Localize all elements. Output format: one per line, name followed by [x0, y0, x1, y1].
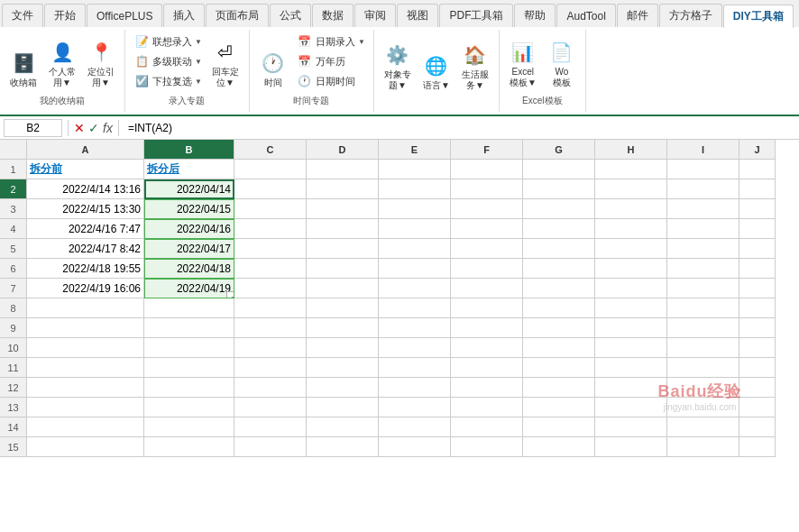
- tab-文件[interactable]: 文件: [2, 4, 43, 27]
- row-num-1[interactable]: 1: [0, 160, 27, 179]
- row-num-6[interactable]: 6: [0, 259, 27, 279]
- cell-d6[interactable]: [307, 259, 379, 279]
- cell-c5[interactable]: [234, 239, 307, 259]
- cell-i7[interactable]: [667, 279, 739, 298]
- cell-g9[interactable]: [523, 318, 595, 338]
- date-input-button[interactable]: 📅 日期录入 ▼: [294, 32, 368, 50]
- cell-h9[interactable]: [595, 318, 667, 338]
- cell-g2[interactable]: [523, 179, 595, 199]
- cell-h4[interactable]: [595, 219, 667, 239]
- position-ref-button[interactable]: 📍 定位引用▼: [83, 36, 119, 90]
- cell-c3[interactable]: [234, 199, 307, 219]
- cell-b3[interactable]: 2022/04/15: [144, 199, 234, 219]
- cell-e15[interactable]: [379, 437, 451, 457]
- cell-c10[interactable]: [234, 338, 307, 358]
- cell-b5[interactable]: 2022/04/17: [144, 239, 234, 259]
- cell-h11[interactable]: [595, 358, 667, 378]
- cell-i12[interactable]: [667, 378, 739, 398]
- cell-c4[interactable]: [234, 219, 307, 239]
- cell-i3[interactable]: [667, 199, 739, 219]
- cell-h12[interactable]: [595, 378, 667, 398]
- cell-i11[interactable]: [667, 358, 739, 378]
- cell-c6[interactable]: [234, 259, 307, 279]
- cell-b11[interactable]: [144, 358, 234, 378]
- cell-d14[interactable]: [307, 417, 379, 437]
- cell-f11[interactable]: [451, 358, 523, 378]
- cell-g13[interactable]: [523, 398, 595, 417]
- col-header-i[interactable]: I: [667, 140, 739, 160]
- cell-d15[interactable]: [307, 437, 379, 457]
- cell-j13[interactable]: [739, 398, 776, 417]
- cell-a12[interactable]: [27, 378, 144, 398]
- cell-f8[interactable]: [451, 298, 523, 318]
- tab-插入[interactable]: 插入: [163, 4, 205, 27]
- cell-c8[interactable]: [234, 298, 307, 318]
- enter-position-button[interactable]: ⏎ 回车定位▼: [207, 36, 243, 90]
- cell-f15[interactable]: [451, 437, 523, 457]
- col-header-c[interactable]: C: [234, 140, 307, 160]
- cell-a14[interactable]: [27, 417, 144, 437]
- row-num-15[interactable]: 15: [0, 437, 27, 457]
- cell-a8[interactable]: [27, 298, 144, 318]
- cell-h10[interactable]: [595, 338, 667, 358]
- cell-a13[interactable]: [27, 398, 144, 417]
- cell-g7[interactable]: [523, 279, 595, 298]
- tab-页面布局[interactable]: 页面布局: [206, 4, 269, 27]
- cell-h7[interactable]: [595, 279, 667, 298]
- cell-g14[interactable]: [523, 417, 595, 437]
- cell-d3[interactable]: [307, 199, 379, 219]
- cell-f7[interactable]: [451, 279, 523, 298]
- datetime-button[interactable]: 🕐 日期时间: [294, 72, 368, 90]
- cell-a11[interactable]: [27, 358, 144, 378]
- cell-i15[interactable]: [667, 437, 739, 457]
- cell-j10[interactable]: [739, 338, 776, 358]
- cell-j6[interactable]: [739, 259, 776, 279]
- cell-c2[interactable]: [234, 179, 307, 199]
- cell-j4[interactable]: [739, 219, 776, 239]
- cell-h6[interactable]: [595, 259, 667, 279]
- cell-f13[interactable]: [451, 398, 523, 417]
- cell-j11[interactable]: [739, 358, 776, 378]
- cell-g6[interactable]: [523, 259, 595, 279]
- cell-e1[interactable]: [379, 160, 451, 179]
- cell-d5[interactable]: [307, 239, 379, 259]
- tab-数据[interactable]: 数据: [312, 4, 354, 27]
- cell-g11[interactable]: [523, 358, 595, 378]
- cell-h3[interactable]: [595, 199, 667, 219]
- cell-f1[interactable]: [451, 160, 523, 179]
- cell-c1[interactable]: [234, 160, 307, 179]
- cell-a2[interactable]: 2022/4/14 13:16: [27, 179, 144, 199]
- cell-j5[interactable]: [739, 239, 776, 259]
- cell-g1[interactable]: [523, 160, 595, 179]
- cell-g12[interactable]: [523, 378, 595, 398]
- col-header-f[interactable]: F: [451, 140, 523, 160]
- cell-e9[interactable]: [379, 318, 451, 338]
- cell-c7[interactable]: [234, 279, 307, 298]
- cell-a5[interactable]: 2022/4/17 8:42: [27, 239, 144, 259]
- tab-审阅[interactable]: 审阅: [354, 4, 396, 27]
- cell-g5[interactable]: [523, 239, 595, 259]
- col-header-h[interactable]: H: [595, 140, 667, 160]
- cell-d4[interactable]: [307, 219, 379, 239]
- cell-h2[interactable]: [595, 179, 667, 199]
- cell-b9[interactable]: [144, 318, 234, 338]
- tab-DIY工具箱[interactable]: DIY工具箱: [723, 5, 794, 28]
- cell-d7[interactable]: [307, 279, 379, 298]
- cell-j12[interactable]: [739, 378, 776, 398]
- cell-a4[interactable]: 2022/4/16 7:47: [27, 219, 144, 239]
- row-num-10[interactable]: 10: [0, 338, 27, 358]
- tab-OfficePLUS[interactable]: OfficePLUS: [87, 4, 162, 27]
- formula-input[interactable]: [124, 120, 795, 136]
- row-num-11[interactable]: 11: [0, 358, 27, 378]
- cell-g3[interactable]: [523, 199, 595, 219]
- cell-e5[interactable]: [379, 239, 451, 259]
- cell-b6[interactable]: 2022/04/18: [144, 259, 234, 279]
- cell-h15[interactable]: [595, 437, 667, 457]
- cell-c14[interactable]: [234, 417, 307, 437]
- cell-a6[interactable]: 2022/4/18 19:55: [27, 259, 144, 279]
- cell-b8[interactable]: [144, 298, 234, 318]
- cell-g15[interactable]: [523, 437, 595, 457]
- cell-d2[interactable]: [307, 179, 379, 199]
- cell-g4[interactable]: [523, 219, 595, 239]
- cell-i1[interactable]: [667, 160, 739, 179]
